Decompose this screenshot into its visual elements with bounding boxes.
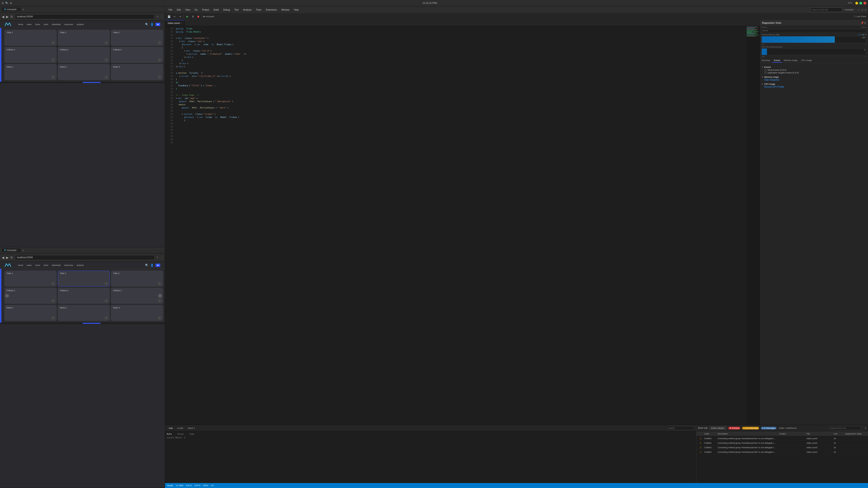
nav-bottom-home[interactable]: home (17, 264, 25, 267)
diag-tab-summary[interactable]: Summary (760, 59, 772, 63)
status-ln[interactable]: Ln 1069 (176, 484, 183, 487)
card-b-news2[interactable]: News 2 › (58, 305, 110, 321)
browser-top-back[interactable]: ◀ (2, 15, 4, 19)
browser-top-tab[interactable]: M monopad × (2, 8, 21, 11)
browser-top-forward[interactable]: ▶ (6, 15, 8, 19)
app-insights-row[interactable]: Application Insights Events (0 of 0) (764, 71, 866, 74)
card-follows2[interactable]: Follows 2 › (58, 47, 110, 63)
col-header-desc[interactable]: Description (716, 433, 778, 435)
col-header-line[interactable]: Line (832, 433, 844, 435)
error-row-1[interactable]: ⚠ CS8604 Converting method group 'HomeMo… (696, 436, 868, 441)
terminal-tab-locals[interactable]: Locals (176, 427, 185, 430)
browser-bottom-add-tab[interactable]: + (22, 249, 25, 252)
nav-moov[interactable]: moov (34, 23, 41, 26)
col-header-code[interactable]: Code (703, 433, 716, 435)
terminal-tab-auto[interactable]: Auto (167, 427, 175, 430)
nav-bottom-news[interactable]: news (26, 264, 33, 267)
toolbar-run[interactable]: ▶ (185, 14, 190, 19)
browser-bottom-scrollbar[interactable] (0, 323, 165, 324)
toolbar-undo[interactable]: ↩ (172, 14, 177, 19)
card-b-follows2-arrow[interactable]: › (104, 299, 108, 302)
diag-tab-memory[interactable]: Memory Usage (782, 59, 799, 63)
nav-bottom-download[interactable]: download (51, 264, 62, 267)
card-b-news3-arrow[interactable]: › (158, 316, 161, 320)
card-b-tribe3[interactable]: Tribe 3 › (111, 271, 163, 287)
menu-window[interactable]: Window (280, 8, 291, 11)
error-search[interactable] (830, 426, 861, 430)
memory-section-header[interactable]: ▼ Memory Usage (762, 75, 866, 78)
card-b-news1[interactable]: News 1 › (4, 305, 57, 321)
terminal-search[interactable] (667, 426, 694, 430)
menu-test[interactable]: Test (232, 8, 240, 11)
card-b-tribe2-arrow[interactable]: › (104, 282, 108, 285)
browser-top-bookmark[interactable]: ☆ (156, 15, 159, 18)
col-header-file[interactable]: File (805, 433, 832, 435)
win-close[interactable] (864, 2, 866, 4)
vscode-close[interactable]: × (865, 8, 866, 11)
card-b-follows1[interactable]: Follows 1 › (4, 288, 57, 304)
show-events-row[interactable]: Show Events (0 of 0) (764, 69, 866, 71)
nav-news[interactable]: news (26, 23, 33, 26)
card-news2-arrow[interactable]: › (104, 75, 108, 79)
cpu-section-header[interactable]: ▼ CPU Usage (762, 83, 866, 86)
nav-download[interactable]: download (51, 23, 62, 26)
carousel-prev-btn-3[interactable]: ‹ (5, 294, 9, 298)
browser-bottom-back[interactable]: ◀ (2, 256, 4, 259)
vscode-minimize[interactable]: ─ (858, 8, 860, 11)
card-follows3-arrow[interactable]: › (158, 58, 161, 62)
card-follows1-arrow[interactable]: › (51, 58, 55, 62)
menu-go[interactable]: Go (193, 8, 199, 11)
card-news2[interactable]: News 2 › (58, 64, 110, 80)
error-list-close[interactable]: × (865, 427, 866, 429)
col-header-suppress[interactable]: Suppression State (844, 433, 866, 435)
card-b-news2-arrow[interactable]: › (104, 316, 108, 320)
card-tribe1[interactable]: Tribe 1 › (4, 30, 57, 46)
menu-build[interactable]: Build (212, 8, 220, 11)
editor-tab-close[interactable]: × (181, 22, 182, 24)
nav-bottom-search-icon[interactable]: 🔍 (145, 264, 149, 267)
card-news3[interactable]: News 3 › (111, 64, 163, 80)
menu-analysis[interactable]: Analysis (241, 8, 253, 11)
error-row-4[interactable]: ⚠ CS8604 Converting method group 'HomeMo… (696, 450, 868, 454)
nav-search-icon[interactable]: 🔍 (145, 23, 149, 26)
win-minimize[interactable] (855, 2, 858, 4)
diag-tab-cpu[interactable]: CPU Usage (799, 59, 814, 63)
card-tribe3[interactable]: Tribe 3 › (111, 30, 163, 46)
toolbar-pause[interactable]: ⏸ (191, 14, 195, 19)
nav-bottom-store[interactable]: store (42, 264, 50, 267)
diag-close-icon[interactable]: × (864, 22, 866, 24)
browser-bottom-forward[interactable]: ▶ (6, 256, 8, 259)
vscode-maximize[interactable]: □ (862, 8, 863, 11)
card-b-news1-arrow[interactable]: › (51, 316, 55, 320)
vscode-search-input[interactable] (811, 7, 842, 12)
menu-file[interactable]: File (167, 8, 174, 11)
diag-pin-icon[interactable]: 📌 (861, 22, 864, 24)
menu-project[interactable]: Project (200, 8, 211, 11)
error-filter-solution[interactable]: Entire Solution (709, 427, 727, 430)
card-follows3[interactable]: Follows 3 › (111, 47, 163, 63)
menu-help[interactable]: Help (292, 8, 301, 11)
menu-debug[interactable]: Debug (221, 8, 232, 11)
card-follows2-arrow[interactable]: › (104, 58, 108, 62)
browser-top-refresh[interactable]: ↻ (10, 15, 13, 19)
toolbar-stop[interactable]: ⏹ (196, 14, 200, 19)
editor-tab-index[interactable]: Index.csxml × (165, 20, 185, 26)
col-header-project[interactable]: Project (778, 433, 805, 435)
browser-top-tab-close[interactable]: × (17, 8, 18, 11)
card-b-tribe1-arrow[interactable]: › (51, 282, 55, 285)
card-tribe2-arrow[interactable]: › (104, 41, 108, 44)
nav-bottom-projects[interactable]: projects (75, 264, 86, 267)
card-tribe1-arrow[interactable]: › (51, 41, 55, 44)
browser-bottom-tab-close[interactable]: × (17, 249, 18, 252)
card-news1-arrow[interactable]: › (51, 75, 55, 79)
toolbar-live-share[interactable]: ⬡ Live Share (854, 15, 866, 18)
error-row-2[interactable]: ⚠ CS8604 Converting method group 'HomeMo… (696, 441, 868, 445)
carousel-next-btn-last[interactable]: › (158, 294, 162, 298)
nav-home[interactable]: home (17, 23, 25, 26)
status-col[interactable]: Col 21 (186, 484, 192, 487)
card-b-tribe2[interactable]: Tribe 2 › (58, 271, 110, 287)
card-news3-arrow[interactable]: › (158, 75, 161, 79)
diag-tab-events[interactable]: Events (772, 59, 782, 63)
menu-extensions[interactable]: Extensions (264, 8, 279, 11)
browser-bottom-menu[interactable]: ⋮ (160, 256, 163, 259)
